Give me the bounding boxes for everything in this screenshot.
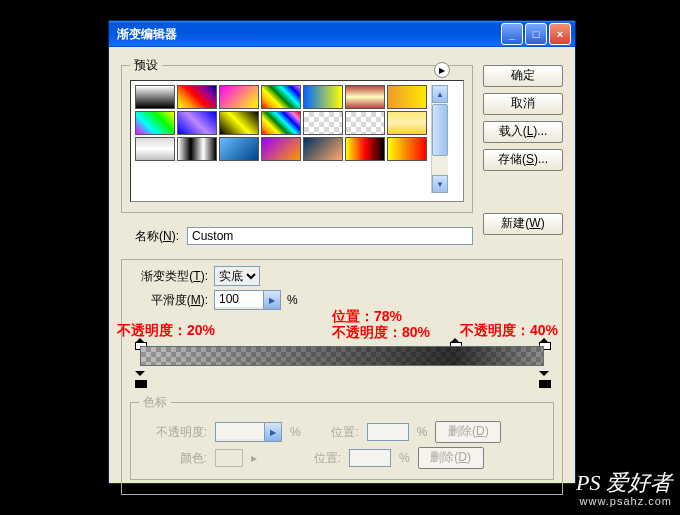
smoothness-input[interactable] bbox=[215, 291, 263, 307]
preset-swatch[interactable] bbox=[219, 111, 259, 135]
stop-position-input bbox=[349, 449, 391, 467]
preset-swatch[interactable] bbox=[303, 137, 343, 161]
stop-position-label: 位置: bbox=[309, 424, 359, 441]
gradient-bar[interactable] bbox=[140, 346, 544, 366]
save-button[interactable]: 存储(S)... bbox=[483, 149, 563, 171]
opacity-stop-left[interactable] bbox=[135, 333, 145, 347]
delete-stop-button: 删除(D) bbox=[435, 421, 501, 443]
preset-swatch[interactable] bbox=[387, 85, 427, 109]
window-title: 渐变编辑器 bbox=[113, 26, 499, 43]
preset-swatch[interactable] bbox=[387, 137, 427, 161]
titlebar[interactable]: 渐变编辑器 _ □ × bbox=[109, 21, 575, 47]
gradient-preview-area bbox=[140, 346, 544, 376]
presets-scrollbar[interactable]: ▲ ▼ bbox=[431, 85, 448, 193]
opacity-stop-right[interactable] bbox=[539, 333, 549, 347]
stops-legend: 色标 bbox=[139, 394, 171, 411]
preset-swatch[interactable] bbox=[261, 137, 301, 161]
scroll-down-icon[interactable]: ▼ bbox=[432, 175, 448, 193]
ok-button[interactable]: 确定 bbox=[483, 65, 563, 87]
watermark-text: PS 爱好者 bbox=[576, 470, 672, 495]
presets-menu-icon[interactable]: ▶ bbox=[434, 62, 450, 78]
preset-swatch[interactable] bbox=[387, 111, 427, 135]
preset-swatch[interactable] bbox=[177, 137, 217, 161]
preset-swatch[interactable] bbox=[345, 137, 385, 161]
load-button[interactable]: 载入(L)... bbox=[483, 121, 563, 143]
stop-position-label: 位置: bbox=[291, 450, 341, 467]
close-button[interactable]: × bbox=[549, 23, 571, 45]
opacity-stop-mid[interactable] bbox=[450, 333, 460, 347]
chevron-right-icon[interactable]: ▶ bbox=[263, 291, 280, 309]
preset-swatch[interactable] bbox=[345, 111, 385, 135]
preset-swatch[interactable] bbox=[261, 85, 301, 109]
percent-label: % bbox=[417, 425, 428, 439]
watermark-url: www.psahz.com bbox=[576, 495, 672, 507]
name-label: 名称(N): bbox=[121, 228, 179, 245]
color-stop-right[interactable] bbox=[539, 375, 549, 389]
scroll-up-icon[interactable]: ▲ bbox=[432, 85, 448, 103]
percent-label: % bbox=[287, 293, 298, 307]
preset-swatch[interactable] bbox=[135, 137, 175, 161]
watermark: PS 爱好者 www.psahz.com bbox=[576, 471, 672, 507]
gradient-overlay bbox=[141, 347, 543, 365]
color-stop-left[interactable] bbox=[135, 375, 145, 389]
gradient-type-label: 渐变类型(T): bbox=[130, 268, 208, 285]
preset-swatch[interactable] bbox=[261, 111, 301, 135]
cancel-button[interactable]: 取消 bbox=[483, 93, 563, 115]
stop-opacity-label: 不透明度: bbox=[139, 424, 207, 441]
chevron-right-icon: ▸ bbox=[251, 451, 263, 465]
stop-opacity-input bbox=[216, 423, 264, 439]
percent-label: % bbox=[399, 451, 410, 465]
delete-stop-button: 删除(D) bbox=[418, 447, 484, 469]
stop-position-input bbox=[367, 423, 409, 441]
maximize-button[interactable]: □ bbox=[525, 23, 547, 45]
preset-swatch[interactable] bbox=[219, 137, 259, 161]
presets-box: ▲ ▼ bbox=[130, 80, 464, 202]
chevron-right-icon: ▶ bbox=[264, 423, 281, 441]
preset-swatch[interactable] bbox=[219, 85, 259, 109]
gradient-editor-window: 渐变编辑器 _ □ × 预设 ▶ ▲ ▼ bbox=[108, 20, 576, 484]
presets-legend: 预设 bbox=[130, 57, 162, 74]
smoothness-spinner[interactable]: ▶ bbox=[214, 290, 281, 310]
minimize-button[interactable]: _ bbox=[501, 23, 523, 45]
preset-swatch[interactable] bbox=[135, 85, 175, 109]
presets-fieldset: 预设 ▶ ▲ ▼ bbox=[121, 57, 473, 213]
preset-swatch[interactable] bbox=[345, 85, 385, 109]
new-button[interactable]: 新建(W) bbox=[483, 213, 563, 235]
preset-swatch[interactable] bbox=[303, 111, 343, 135]
gradient-edit-fieldset: 渐变类型(T): 实底 平滑度(M): ▶ % 不透明度：20% 位置：78% … bbox=[121, 259, 563, 495]
scroll-track[interactable] bbox=[432, 157, 448, 175]
preset-swatch[interactable] bbox=[303, 85, 343, 109]
name-input[interactable] bbox=[187, 227, 473, 245]
stop-opacity-spinner: ▶ bbox=[215, 422, 282, 442]
window-content: 预设 ▶ ▲ ▼ 名称(N): bbox=[109, 47, 575, 483]
presets-grid bbox=[135, 85, 427, 161]
percent-label: % bbox=[290, 425, 301, 439]
stops-fieldset: 色标 不透明度: ▶ % 位置: % 删除(D) 颜色: ▸ 位置: % bbox=[130, 394, 554, 480]
preset-swatch[interactable] bbox=[177, 85, 217, 109]
preset-swatch[interactable] bbox=[135, 111, 175, 135]
scroll-thumb[interactable] bbox=[432, 104, 448, 156]
stop-color-swatch bbox=[215, 449, 243, 467]
gradient-type-select[interactable]: 实底 bbox=[214, 266, 260, 286]
annotation-left: 不透明度：20% bbox=[117, 322, 215, 338]
annotation-mid: 位置：78% 不透明度：80% bbox=[332, 308, 430, 340]
stop-color-label: 颜色: bbox=[139, 450, 207, 467]
smoothness-label: 平滑度(M): bbox=[130, 292, 208, 309]
preset-swatch[interactable] bbox=[177, 111, 217, 135]
